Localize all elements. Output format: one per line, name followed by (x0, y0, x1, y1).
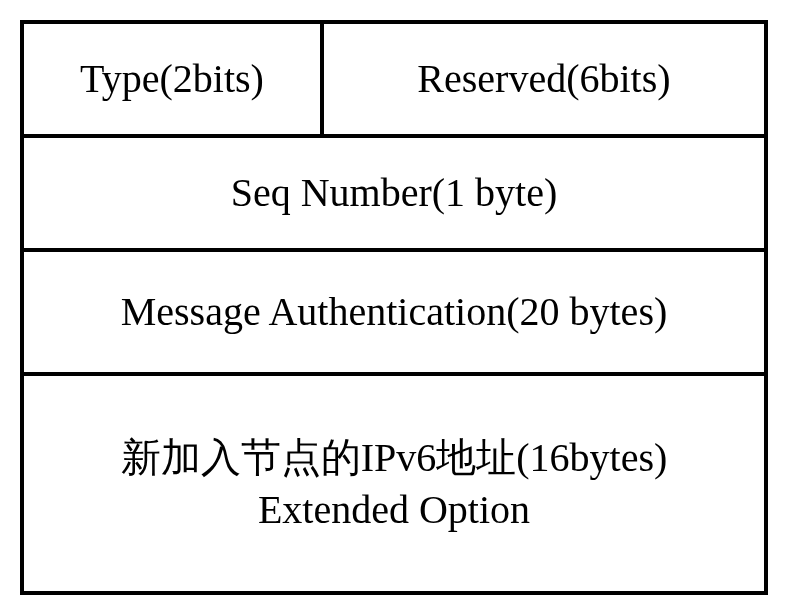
packet-structure-diagram: Type(2bits) Reserved(6bits) Seq Number(1… (20, 20, 768, 595)
field-reserved: Reserved(6bits) (324, 24, 764, 134)
field-ipv6-address-extended-option: 新加入节点的IPv6地址(16bytes) Extended Option (24, 376, 764, 591)
field-ipv6-address-line2: Extended Option (258, 486, 530, 534)
packet-row-4: 新加入节点的IPv6地址(16bytes) Extended Option (24, 376, 764, 591)
packet-row-2: Seq Number(1 byte) (24, 138, 764, 252)
field-ipv6-address-line1: 新加入节点的IPv6地址(16bytes) (121, 434, 668, 482)
packet-row-1: Type(2bits) Reserved(6bits) (24, 24, 764, 138)
packet-row-3: Message Authentication(20 bytes) (24, 252, 764, 376)
field-message-authentication: Message Authentication(20 bytes) (24, 252, 764, 372)
field-type: Type(2bits) (24, 24, 324, 134)
field-seq-number: Seq Number(1 byte) (24, 138, 764, 248)
